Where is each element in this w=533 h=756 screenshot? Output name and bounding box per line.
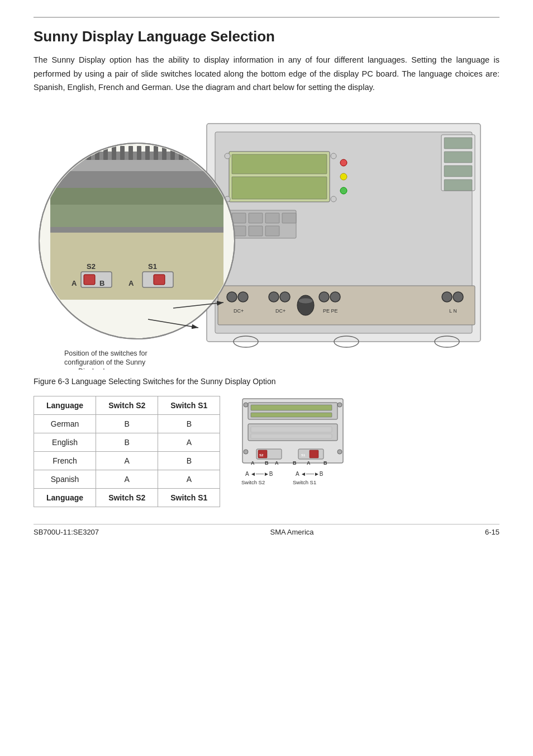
svg-text:A ◄──►B: A ◄──►B (245, 471, 273, 477)
figure-caption: Figure 6-3 Language Selecting Switches f… (34, 377, 499, 386)
svg-rect-71 (84, 275, 95, 285)
svg-text:B: B (323, 460, 327, 466)
svg-text:Display language: Display language (78, 367, 132, 370)
svg-rect-95 (251, 427, 332, 432)
footer-left: SB700U-11:SE3207 (34, 528, 99, 536)
svg-point-34 (298, 298, 313, 304)
svg-rect-36 (444, 138, 472, 149)
svg-rect-18 (249, 226, 263, 236)
footer-center: SMA America (270, 528, 314, 536)
s2-german: B (96, 414, 158, 433)
svg-rect-62 (196, 146, 200, 160)
lang-spanish: Spanish (34, 470, 96, 488)
svg-point-28 (330, 292, 340, 302)
lang-french: French (34, 451, 96, 470)
svg-point-9 (340, 159, 347, 166)
svg-point-92 (244, 450, 248, 454)
svg-rect-39 (444, 179, 472, 191)
svg-text:Switch S2: Switch S2 (241, 479, 265, 485)
footer-language: Language (34, 488, 96, 507)
table-row: German B B (34, 414, 220, 433)
table-row: French A B (34, 451, 220, 470)
footer-switch-s1: Switch S1 (158, 488, 220, 507)
svg-point-27 (319, 292, 329, 302)
svg-rect-20 (218, 286, 475, 325)
svg-point-21 (227, 292, 237, 302)
svg-text:Position of the switches for: Position of the switches for (64, 349, 147, 357)
s1-english: A (158, 433, 220, 451)
switch-diagram: S2 A B A S1 B A B A ◄──►B A ◄──►B Switch… (237, 396, 349, 488)
table-row: English B A (34, 433, 220, 451)
footer-switch-s2: Switch S2 (96, 488, 158, 507)
svg-rect-56 (145, 146, 150, 160)
svg-text:S1: S1 (148, 262, 157, 271)
svg-text:L    N: L N (449, 308, 457, 314)
svg-point-22 (238, 292, 248, 302)
svg-rect-47 (70, 146, 74, 160)
svg-text:A: A (251, 460, 255, 466)
svg-text:configuration of the Sunny: configuration of the Sunny (64, 358, 146, 366)
svg-text:B: B (265, 460, 269, 466)
s1-spanish: A (158, 470, 220, 488)
switch-svg: S2 A B A S1 B A B A ◄──►B A ◄──►B Switch… (237, 396, 349, 485)
svg-rect-37 (444, 152, 472, 163)
svg-point-5 (225, 153, 230, 159)
svg-rect-53 (120, 146, 125, 160)
svg-rect-74 (154, 275, 165, 285)
svg-text:S2: S2 (259, 453, 264, 457)
svg-rect-48 (78, 146, 83, 160)
svg-text:DC+: DC+ (234, 308, 244, 314)
top-rule (34, 17, 499, 18)
s1-french: B (158, 451, 220, 470)
svg-rect-4 (232, 177, 327, 199)
svg-text:Switch S1: Switch S1 (293, 479, 316, 485)
svg-point-11 (340, 187, 347, 194)
svg-point-93 (337, 450, 342, 454)
table-row-footer: Language Switch S2 Switch S1 (34, 488, 220, 507)
svg-rect-104 (310, 450, 318, 458)
svg-rect-66 (50, 188, 223, 205)
svg-point-10 (340, 173, 347, 180)
svg-text:S2: S2 (87, 262, 96, 271)
footer: SB700U-11:SE3207 SMA America 6-15 (34, 524, 499, 536)
svg-text:A: A (72, 279, 77, 287)
svg-rect-57 (154, 146, 158, 160)
svg-rect-54 (129, 146, 133, 160)
svg-point-91 (337, 403, 342, 407)
svg-rect-88 (251, 405, 332, 410)
svg-rect-13 (232, 213, 246, 223)
lang-english: English (34, 433, 96, 451)
svg-rect-46 (61, 146, 66, 160)
svg-point-25 (280, 292, 290, 302)
s2-english: B (96, 433, 158, 451)
svg-text:S1: S1 (301, 453, 306, 457)
svg-rect-19 (265, 226, 279, 236)
svg-point-31 (453, 292, 463, 302)
svg-point-7 (331, 153, 336, 159)
col-switch-s1: Switch S1 (158, 396, 220, 414)
svg-rect-14 (249, 213, 263, 223)
svg-text:A: A (275, 460, 279, 466)
intro-paragraph: The Sunny Display option has the ability… (34, 53, 499, 94)
svg-rect-67 (50, 205, 223, 227)
col-switch-s2: Switch S2 (96, 396, 158, 414)
s1-german: B (158, 414, 220, 433)
lang-german: German (34, 414, 96, 433)
svg-rect-89 (251, 413, 332, 417)
language-table: Language Switch S2 Switch S1 German B B … (34, 396, 220, 507)
main-diagram: DC+ DC+ PE PE L N (34, 107, 492, 370)
svg-point-90 (244, 403, 248, 407)
svg-rect-68 (50, 227, 223, 233)
s2-spanish: A (96, 470, 158, 488)
svg-rect-55 (137, 146, 141, 160)
footer-right: 6-15 (485, 528, 499, 536)
svg-rect-65 (50, 171, 223, 188)
col-language: Language (34, 396, 96, 414)
svg-text:A: A (129, 279, 134, 287)
svg-text:A ◄──►B: A ◄──►B (296, 471, 323, 477)
svg-text:B: B (99, 279, 104, 287)
svg-point-8 (331, 196, 336, 202)
svg-rect-96 (251, 434, 332, 438)
svg-point-24 (269, 292, 279, 302)
svg-rect-16 (282, 213, 296, 223)
